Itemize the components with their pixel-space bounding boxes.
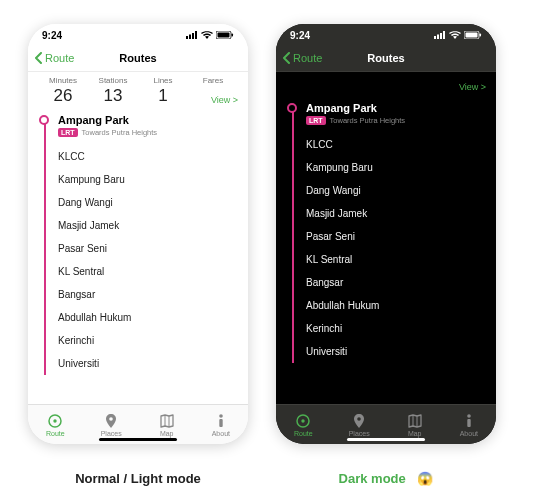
route-list[interactable]: Ampang Park LRT Towards Putra Heights KL… [276,96,496,404]
phone-dark: 9:24 Route Routes View > Ampang Park [276,24,496,444]
info-icon [212,412,230,430]
list-item[interactable]: KLCC [58,145,238,168]
captions: Normal / Light mode Dark mode 😱 [0,471,540,486]
route-list[interactable]: Ampang Park LRT Towards Putra Heights KL… [28,108,248,404]
svg-rect-14 [440,33,442,39]
svg-rect-13 [437,35,439,40]
info-icon [460,412,478,430]
wifi-icon [449,31,461,39]
svg-rect-17 [466,33,478,38]
line-badge: LRT [58,128,78,137]
svg-rect-2 [192,33,194,39]
list-item[interactable]: KL Sentral [58,260,238,283]
list-item[interactable]: Universiti [58,352,238,375]
svg-point-8 [54,419,57,422]
caption-dark: Dark mode 😱 [276,471,496,486]
phone-light: 9:24 Route Routes Minutes 26 Stations 13 [28,24,248,444]
list-item[interactable]: Kampung Baru [58,168,238,191]
tab-map[interactable]: Map [406,412,424,437]
status-bar: 9:24 [28,24,248,44]
origin-name: Ampang Park [58,114,238,126]
list-item[interactable]: Pasar Seni [306,225,486,248]
pin-icon [102,412,120,430]
nav-bar: Route Routes [276,44,496,72]
list-item[interactable]: Abdullah Hukum [306,294,486,317]
svg-rect-23 [467,419,470,427]
tab-places[interactable]: Places [101,412,122,437]
tab-about[interactable]: About [460,412,478,437]
tab-about[interactable]: About [212,412,230,437]
summary-minutes: Minutes 26 [38,76,88,106]
svg-rect-12 [434,36,436,39]
svg-point-10 [219,414,223,418]
route-icon [46,412,64,430]
origin-marker-icon [39,115,49,125]
svg-rect-18 [480,34,482,37]
back-label: Route [293,52,322,64]
map-icon [406,412,424,430]
towards-label: Towards Putra Heights [82,128,157,137]
view-link[interactable]: View > [459,72,496,96]
caption-light: Normal / Light mode [28,471,248,486]
origin-marker-icon [287,103,297,113]
svg-point-9 [109,417,113,421]
signal-icon [434,31,446,39]
list-item[interactable]: Dang Wangi [306,179,486,202]
route-summary: View > [276,72,496,96]
status-indicators [186,31,234,39]
list-item[interactable]: Universiti [306,340,486,363]
summary-lines: Lines 1 [138,76,188,106]
tab-route[interactable]: Route [294,412,313,437]
svg-rect-3 [195,31,197,39]
svg-rect-0 [186,36,188,39]
wifi-icon [201,31,213,39]
tab-route[interactable]: Route [46,412,65,437]
origin-station[interactable]: Ampang Park LRT Towards Putra Heights [306,102,486,125]
svg-rect-11 [219,419,222,427]
list-item[interactable]: Bangsar [58,283,238,306]
route-rail [44,118,46,375]
list-item[interactable]: Masjid Jamek [306,202,486,225]
line-badge: LRT [306,116,326,125]
list-item[interactable]: Kampung Baru [306,156,486,179]
tab-map[interactable]: Map [158,412,176,437]
back-button[interactable]: Route [34,52,74,64]
status-time: 9:24 [42,30,62,41]
list-item[interactable]: Bangsar [306,271,486,294]
towards-label: Towards Putra Heights [330,116,405,125]
home-indicator [99,438,177,442]
status-indicators [434,31,482,39]
route-icon [294,412,312,430]
list-item[interactable]: Kerinchi [306,317,486,340]
list-item[interactable]: Dang Wangi [58,191,238,214]
scream-emoji-icon: 😱 [417,471,433,486]
origin-station[interactable]: Ampang Park LRT Towards Putra Heights [58,114,238,137]
chevron-left-icon [34,52,43,64]
back-label: Route [45,52,74,64]
origin-name: Ampang Park [306,102,486,114]
svg-rect-5 [218,33,230,38]
svg-rect-1 [189,35,191,40]
svg-point-22 [467,414,471,418]
svg-rect-15 [443,31,445,39]
signal-icon [186,31,198,39]
nav-bar: Route Routes [28,44,248,72]
tab-places[interactable]: Places [349,412,370,437]
list-item[interactable]: Pasar Seni [58,237,238,260]
list-item[interactable]: KLCC [306,133,486,156]
list-item[interactable]: Kerinchi [58,329,238,352]
home-indicator [347,438,425,442]
summary-stations: Stations 13 [88,76,138,106]
battery-icon [464,31,482,39]
svg-point-21 [357,417,361,421]
route-rail [292,106,294,363]
battery-icon [216,31,234,39]
svg-rect-6 [232,34,234,37]
list-item[interactable]: Masjid Jamek [58,214,238,237]
status-time: 9:24 [290,30,310,41]
back-button[interactable]: Route [282,52,322,64]
status-bar: 9:24 [276,24,496,44]
view-link[interactable]: View > [211,95,238,105]
list-item[interactable]: KL Sentral [306,248,486,271]
list-item[interactable]: Abdullah Hukum [58,306,238,329]
